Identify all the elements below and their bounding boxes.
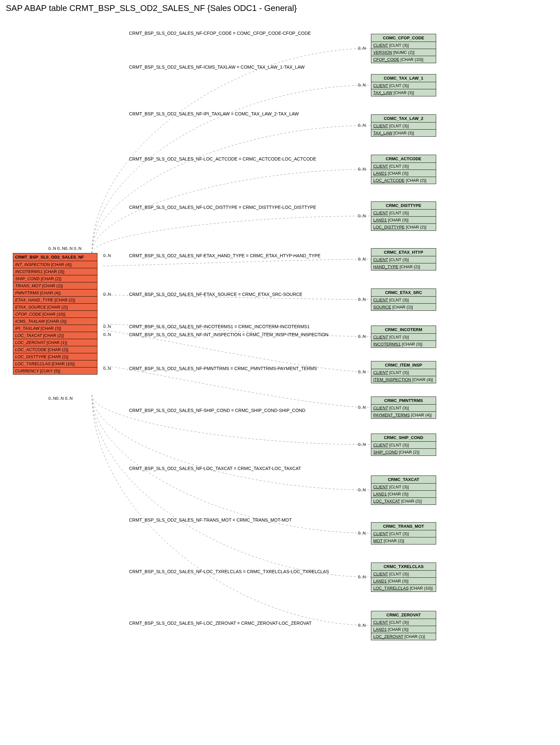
target-entity: CRMC_ITEM_INSPCLIENT [CLNT (3)]ITEM_INSP… [371, 361, 436, 383]
target-field: PAYMENT_TERMS [CHAR (4)] [371, 412, 436, 418]
relation-label: CRMT_BSP_SLS_OD2_SALES_NF-LOC_ACTCODE = … [129, 156, 316, 162]
cardinality-right: 0..N [358, 405, 366, 410]
target-field: CLIENT [CLNT (3)] [371, 123, 436, 130]
target-field: LOC_ACTCODE [CHAR (2)] [371, 177, 436, 184]
source-field: SHIP_COND [CHAR (2)] [13, 275, 97, 282]
diagram-canvas: CRMT_BSP_SLS_OD2_SALES_NF INT_INSPECTION… [0, 14, 560, 745]
relation-label: CRMT_BSP_SLS_OD2_SALES_NF-IPI_TAXLAW = C… [129, 111, 299, 117]
target-field: LOC_ZEROVAT [CHAR (1)] [371, 633, 436, 640]
source-field: LOC_ZEROVAT [CHAR (1)] [13, 339, 97, 346]
relation-lines [0, 14, 560, 745]
target-entity-header: COMC_CFOP_CODE [371, 34, 436, 42]
target-entity-header: CRMC_ITEM_INSP [371, 361, 436, 369]
cardinality-left: 0..N [103, 253, 111, 258]
target-field: LAND1 [CHAR (3)] [371, 170, 436, 177]
target-entity: CRMC_TAXCATCLIENT [CLNT (3)]LAND1 [CHAR … [371, 476, 436, 505]
source-field: CFOP_CODE [CHAR (10)] [13, 311, 97, 318]
target-entity: COMC_TAX_LAW_2CLIENT [CLNT (3)]TAX_LAW [… [371, 115, 436, 137]
source-card-bot: 0..N0..N 0..N [49, 396, 72, 401]
source-field: PMNTTRMS [CHAR (4)] [13, 290, 97, 297]
target-entity-header: CRMC_SHIP_COND [371, 434, 436, 442]
target-entity: CRMC_SHIP_CONDCLIENT [CLNT (3)]SHIP_COND… [371, 433, 436, 456]
target-entity-header: CRMC_INCOTERM [371, 326, 436, 334]
target-entity: CRMC_ZEROVATCLIENT [CLNT (3)]LAND1 [CHAR… [371, 611, 436, 640]
target-entity: CRMC_TXRELCLASCLIENT [CLNT (3)]LAND1 [CH… [371, 562, 436, 592]
source-field: ICMS_TAXLAW [CHAR (3)] [13, 318, 97, 325]
relation-label: CRMT_BSP_SLS_OD2_SALES_NF-TRANS_MOT = CR… [129, 517, 291, 523]
cardinality-left: 0..N [103, 324, 111, 329]
target-field: CLIENT [CLNT (3)] [371, 209, 436, 217]
target-entity-header: CRMC_TRANS_MOT [371, 523, 436, 530]
target-field: LAND1 [CHAR (3)] [371, 626, 436, 633]
target-field: CLIENT [CLNT (3)] [371, 163, 436, 170]
target-field: CLIENT [CLNT (3)] [371, 530, 436, 538]
target-field: CLIENT [CLNT (3)] [371, 619, 436, 626]
target-entity: CRMC_INCOTERMCLIENT [CLNT (3)]INCOTERMS1… [371, 326, 436, 348]
target-entity: COMC_TAX_LAW_1CLIENT [CLNT (3)]TAX_LAW [… [371, 74, 436, 96]
cardinality-right: 0..N [358, 123, 366, 128]
target-field: MOT [CHAR (2)] [371, 538, 436, 544]
source-card-top: 0..N 0..N0..N 0..N [49, 246, 82, 251]
target-field: SHIP_COND [CHAR (2)] [371, 449, 436, 455]
target-field: CLIENT [CLNT (3)] [371, 369, 436, 376]
target-field: CLIENT [CLNT (3)] [371, 571, 436, 578]
cardinality-right: 0..N [358, 167, 366, 171]
target-entity: CRMC_PMNTTRMSCLIENT [CLNT (3)]PAYMENT_TE… [371, 396, 436, 419]
relation-label: CRMT_BSP_SLS_OD2_SALES_NF-INCOTERMS1 = C… [129, 324, 310, 329]
target-field: LOC_TXRELCLAS [CHAR (10)] [371, 585, 436, 591]
relation-label: CRMT_BSP_SLS_OD2_SALES_NF-LOC_TXRELCLAS … [129, 569, 329, 574]
target-entity-header: CRMC_TAXCAT [371, 476, 436, 484]
relation-label: CRMT_BSP_SLS_OD2_SALES_NF-LOC_ZEROVAT = … [129, 621, 312, 626]
target-field: ITEM_INSPECTION [CHAR (4)] [371, 376, 436, 383]
relation-label: CRMT_BSP_SLS_OD2_SALES_NF-ETAX_HAND_TYPE… [129, 253, 321, 258]
target-field: CLIENT [CLNT (3)] [371, 256, 436, 263]
cardinality-right: 0..N [358, 369, 366, 374]
cardinality-left: 0..N [103, 332, 111, 337]
source-field: LOC_TXRELCLAS [CHAR (10)] [13, 360, 97, 367]
target-field: TAX_LAW [CHAR (3)] [371, 89, 436, 96]
target-field: LOC_TAXCAT [CHAR (2)] [371, 498, 436, 505]
target-field: LAND1 [CHAR (3)] [371, 217, 436, 224]
target-field: INCOTERMS1 [CHAR (3)] [371, 341, 436, 348]
cardinality-right: 0..N [358, 442, 366, 447]
target-field: CLIENT [CLNT (3)] [371, 334, 436, 341]
target-entity-header: CRMC_ZEROVAT [371, 611, 436, 619]
relation-label: CRMT_BSP_SLS_OD2_SALES_NF-INT_INSPECTION… [129, 332, 329, 337]
target-field: CLIENT [CLNT (3)] [371, 484, 436, 491]
cardinality-right: 0..N [358, 575, 366, 579]
cardinality-left: 0..N [103, 292, 111, 297]
source-field: CURRENCY [CUKY (5)] [13, 367, 97, 374]
target-field: VERSION [NUMC (2)] [371, 49, 436, 56]
relation-label: CRMT_BSP_SLS_OD2_SALES_NF-ICMS_TAXLAW = … [129, 64, 305, 70]
cardinality-right: 0..N [358, 297, 366, 302]
target-entity: CRMC_TRANS_MOTCLIENT [CLNT (3)]MOT [CHAR… [371, 522, 436, 545]
relation-label: CRMT_BSP_SLS_OD2_SALES_NF-CFOP_CODE = CO… [129, 31, 311, 36]
target-field: CLIENT [CLNT (3)] [371, 82, 436, 89]
target-field: LAND1 [CHAR (3)] [371, 491, 436, 498]
target-entity: CRMC_DISTTYPECLIENT [CLNT (3)]LAND1 [CHA… [371, 201, 436, 231]
source-field: IPI_TAXLAW [CHAR (3)] [13, 325, 97, 332]
source-field: ETAX_SOURCE [CHAR (2)] [13, 304, 97, 311]
cardinality-right: 0..N [358, 623, 366, 628]
target-entity: CRMC_ETAX_SRCCLIENT [CLNT (3)]SOURCE [CH… [371, 289, 436, 311]
cardinality-right: 0..N [358, 214, 366, 218]
target-entity: COMC_CFOP_CODECLIENT [CLNT (3)]VERSION [… [371, 34, 436, 63]
target-entity-header: CRMC_ACTCODE [371, 155, 436, 163]
target-entity-header: CRMC_ETAX_HTYP [371, 249, 436, 256]
target-entity-header: CRMC_ETAX_SRC [371, 289, 436, 297]
cardinality-right: 0..N [358, 334, 366, 339]
target-field: CLIENT [CLNT (3)] [371, 404, 436, 412]
relation-label: CRMT_BSP_SLS_OD2_SALES_NF-LOC_TAXCAT = C… [129, 466, 301, 471]
target-field: TAX_LAW [CHAR (3)] [371, 130, 436, 136]
target-field: HAND_TYPE [CHAR (2)] [371, 263, 436, 270]
target-field: LOC_DISTTYPE [CHAR (2)] [371, 224, 436, 230]
source-field: INT_INSPECTION [CHAR (4)] [13, 261, 97, 268]
relation-label: CRMT_BSP_SLS_OD2_SALES_NF-LOC_DISTTYPE =… [129, 205, 316, 210]
target-entity-header: COMC_TAX_LAW_2 [371, 115, 436, 123]
target-entity-header: COMC_TAX_LAW_1 [371, 74, 436, 82]
target-entity: CRMC_ACTCODECLIENT [CLNT (3)]LAND1 [CHAR… [371, 155, 436, 184]
cardinality-left: 0..N [103, 366, 111, 371]
source-field: TRANS_MOT [CHAR (2)] [13, 282, 97, 290]
source-field: LOC_ACTCODE [CHAR (2)] [13, 346, 97, 353]
target-field: CLIENT [CLNT (3)] [371, 442, 436, 449]
